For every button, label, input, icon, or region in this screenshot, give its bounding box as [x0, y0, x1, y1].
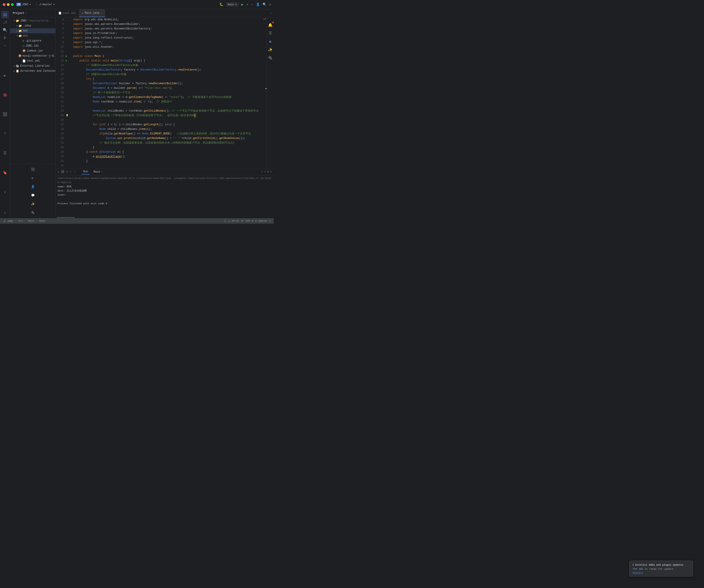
profile-icon[interactable]: 👤 — [29, 183, 37, 191]
code-line: } — [73, 145, 263, 150]
terminal-restart-icon[interactable]: ↻ — [57, 170, 59, 173]
project-panel: Project ▾ ▼ 📁 JDBC ~/Desktop/CS/Ja… ▶ 📁 … — [10, 9, 56, 218]
tab-close-main[interactable]: ✕ — [101, 12, 102, 14]
tab-actions: ⋯ — [268, 9, 274, 17]
code-editor[interactable]: import org.w3c.dom.NodeList; import java… — [71, 17, 263, 168]
run-gutter-12[interactable]: ▶ — [66, 54, 71, 58]
status-sep: › — [15, 220, 17, 222]
tree-item-jdbc[interactable]: ▼ 📁 JDBC ~/Desktop/CS/Ja… — [10, 18, 55, 23]
sidebar-item-commit[interactable]: ⎇ — [1, 19, 9, 26]
terminal-tab-run[interactable]: Run — [81, 169, 90, 175]
svg-rect-1 — [5, 13, 7, 15]
project-header[interactable]: Project ▾ — [10, 9, 55, 17]
tree-item-external-libs[interactable]: ▶ 📚 External Libraries — [10, 63, 55, 68]
status-spaces[interactable]: 4 spaces — [255, 220, 267, 222]
sidebar-item-vcs[interactable] — [1, 34, 9, 42]
tree-item-gitignore[interactable]: ⊘ .gitignore — [10, 38, 55, 43]
terminal-output-name: name: 阿伟 — [57, 185, 272, 189]
right-panel: 🔔 🗄 ◉ ✨ 🔌 — [267, 17, 274, 168]
status-main[interactable]: Main — [28, 220, 34, 222]
tab-main-java[interactable]: ☕ Main.java ✕ — [79, 9, 105, 17]
code-line: public class Main { — [73, 54, 263, 58]
status-method[interactable]: main — [39, 220, 45, 222]
code-line: Node rootNode = nodeList.item( i: 0); //… — [73, 100, 263, 104]
tree-item-src[interactable]: ▼ 📁 src — [10, 33, 55, 38]
sidebar-item-project[interactable] — [1, 11, 9, 18]
minimize-button[interactable] — [7, 3, 10, 6]
ai-icon[interactable]: ✨ — [29, 200, 37, 208]
close-button[interactable] — [3, 3, 5, 6]
tab-menu-icon[interactable]: ⋯ — [270, 11, 272, 15]
sidebar-item-bookmark[interactable]: 🔖 — [1, 169, 9, 176]
title-bar: JB JDBC ▾ ⎇ master ▾ 🐛 Main ▾ ▶ ⚡ ⋯ 👤 🔍 … — [0, 0, 274, 9]
sidebar-item-bottom1[interactable]: T — [1, 130, 9, 138]
settings-icon[interactable]: ⚙ — [269, 2, 271, 6]
user-icon[interactable]: 👤 — [256, 2, 260, 6]
tree-item-mysql[interactable]: 📦 mysql-connector-j-8… — [10, 53, 55, 58]
code-line: Node child = childNodes.item(i); — [73, 127, 263, 131]
tree-item-scratches[interactable]: ▶ 📋 Scratches and Consoles — [10, 68, 55, 73]
plugin2-icon[interactable]: 🔌 — [267, 54, 274, 62]
status-warnings-icon[interactable]: ⚠ — [228, 220, 230, 222]
terminal-tab-main[interactable]: Main ✕ — [92, 169, 104, 174]
terminal-scroll-icon[interactable]: ⬇ — [70, 170, 71, 173]
status-src[interactable]: src — [18, 220, 23, 222]
terminal-tab-close[interactable]: ✕ — [101, 170, 103, 173]
chat-icon[interactable]: 💬 — [29, 192, 37, 199]
status-expand-icon[interactable]: ⤡ — [269, 220, 271, 222]
line-numbers: 4 5 6 7 8 9 10 11 12 13 14 15 16 17 18 1… — [56, 17, 66, 168]
terminal-up-icon[interactable]: ⬆ — [261, 170, 263, 173]
sidebar-item-run[interactable]: ▶ — [1, 72, 9, 79]
tree-item-idea[interactable]: ▶ 📁 .idea — [10, 23, 55, 28]
run-button[interactable]: ▶ — [241, 2, 244, 7]
maximize-button[interactable] — [11, 3, 14, 6]
notifications-icon[interactable]: 🔔 — [267, 21, 274, 29]
terminal-icon[interactable]: ⬛ — [29, 166, 37, 173]
terminal-more-icon[interactable]: ⋮ — [73, 170, 76, 173]
status-git[interactable]: ⎇ JDBC — [3, 220, 13, 222]
terminal-close-panel-icon[interactable]: ✕ — [270, 170, 272, 173]
branch-selector[interactable]: ⎇ master ▾ — [39, 3, 55, 6]
tree-item-iml[interactable]: ⬡ JDBC.iml — [10, 43, 55, 48]
run-console-icon[interactable]: ▶ — [29, 174, 37, 182]
sidebar-item-search[interactable]: 🔍 — [1, 26, 9, 34]
tab-text-xml[interactable]: 📄 text.xml — [56, 9, 79, 17]
tree-item-out[interactable]: ▶ 📁 out — [10, 28, 55, 33]
run-gutter-13[interactable]: ▶ — [66, 58, 71, 63]
search-icon[interactable]: 🔍 — [262, 2, 267, 6]
sidebar-item-terminal[interactable]: ⬛ — [1, 111, 9, 118]
run-config-selector[interactable]: Main ▾ — [226, 2, 239, 7]
tree-item-textxml[interactable]: 📄 text.xml — [10, 58, 55, 63]
main-layout: ⎇ 🔍 ⋯ ▶ 🐞 ⬛ T 🗄 🔖 ⬆ ⬇ Project ▾ ▼ 📁 JDBC… — [0, 9, 274, 218]
ai-assistant-icon[interactable]: ✨ — [267, 46, 274, 53]
code-line: import org.w3c.dom.NodeList; — [73, 17, 263, 22]
terminal-exit-code: Process finished with exit code 0 — [57, 202, 272, 206]
sidebar-item-debug[interactable]: 🐞 — [1, 91, 9, 99]
status-encoding[interactable]: UTF-8 — [246, 220, 253, 222]
sidebar-item-more[interactable]: ⋯ — [1, 42, 9, 49]
bulb-gutter-25[interactable]: 💡 — [66, 113, 71, 118]
more-actions-button[interactable]: ⋯ — [251, 2, 253, 6]
plugin-icon[interactable]: 🔌 — [29, 209, 37, 216]
terminal-stop-icon[interactable]: ⬛ — [61, 170, 64, 173]
code-line: DocumentBuilderFactory factory = Documen… — [73, 67, 263, 72]
database-icon[interactable]: 🗄 — [267, 30, 274, 37]
terminal-output-desc: desc: 怎么又在玩电动啊 — [57, 189, 272, 193]
copilot-icon[interactable]: ◉ — [267, 38, 274, 45]
project-selector[interactable]: JDBC ▾ — [22, 3, 31, 6]
code-line: public static void main(String[] args) { — [73, 58, 263, 63]
code-line: // 输出节点名称，也就是标签名称，以及标签内部的文本（内部的内容都是子节点，所… — [73, 141, 263, 145]
sidebar-item-bottom3[interactable]: ⬇ — [1, 209, 9, 216]
coverage-button[interactable]: ⚡ — [246, 2, 248, 7]
terminal-content[interactable]: /Users/eve/Library/Java/JavaVirtualMachi… — [56, 175, 274, 217]
status-lf[interactable]: LF — [241, 220, 244, 222]
sidebar-item-db[interactable]: 🗄 — [1, 150, 9, 157]
terminal-settings-icon[interactable]: ⚙ — [268, 170, 269, 173]
code-line: // 创建DocumentBuilderFactory对象 — [73, 63, 263, 67]
tree-item-lombok[interactable]: 📦 lombok.jar — [10, 48, 55, 53]
sidebar-item-bottom2[interactable]: ⬆ — [1, 189, 9, 196]
terminal-clear-icon[interactable]: ≡ — [66, 170, 68, 173]
code-line: import java.util.Scanner; — [73, 45, 263, 49]
debug-icon[interactable]: 🐛 — [220, 2, 223, 6]
terminal-down-icon[interactable]: ⬇ — [264, 170, 266, 173]
